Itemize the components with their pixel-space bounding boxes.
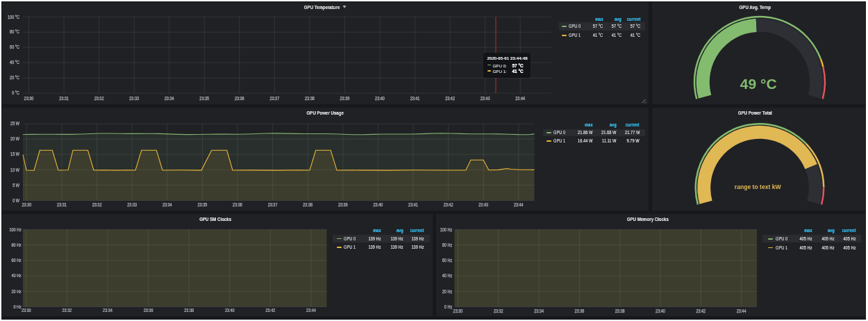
- svg-text:0 °C: 0 °C: [12, 90, 19, 95]
- svg-text:23:42: 23:42: [696, 308, 706, 313]
- svg-text:23:30: 23:30: [453, 308, 463, 313]
- svg-text:80 Hz: 80 Hz: [11, 242, 21, 247]
- svg-text:40 °C: 40 °C: [10, 60, 19, 65]
- svg-text:10 W: 10 W: [10, 167, 20, 172]
- svg-text:23:42: 23:42: [265, 308, 275, 313]
- svg-text:15 W: 15 W: [10, 151, 20, 156]
- svg-text:23:37: 23:37: [268, 201, 278, 206]
- svg-text:100 Hz: 100 Hz: [440, 227, 453, 232]
- svg-text:23:35: 23:35: [198, 201, 208, 206]
- svg-text:23:34: 23:34: [534, 308, 544, 313]
- svg-text:20 °C: 20 °C: [10, 75, 19, 80]
- svg-text:23:31: 23:31: [57, 201, 67, 206]
- svg-text:23:43: 23:43: [478, 201, 488, 206]
- svg-text:40 Hz: 40 Hz: [11, 273, 21, 278]
- svg-text:23:44: 23:44: [306, 308, 316, 313]
- svg-text:60 Hz: 60 Hz: [442, 258, 452, 263]
- svg-text:23:33: 23:33: [127, 201, 137, 206]
- svg-text:100 °C: 100 °C: [8, 15, 19, 19]
- svg-text:23:41: 23:41: [408, 201, 418, 206]
- svg-text:23:30: 23:30: [24, 96, 34, 101]
- svg-text:23:31: 23:31: [59, 96, 69, 101]
- svg-text:0 Hz: 0 Hz: [444, 304, 452, 309]
- svg-text:23:30: 23:30: [22, 308, 31, 313]
- svg-text:23:36: 23:36: [235, 96, 244, 101]
- svg-text:23:44: 23:44: [515, 96, 525, 101]
- svg-text:60 Hz: 60 Hz: [11, 258, 21, 263]
- svg-text:23:34: 23:34: [103, 308, 112, 313]
- svg-text:0 Hz: 0 Hz: [13, 304, 21, 309]
- svg-text:23:33: 23:33: [129, 96, 139, 101]
- svg-text:23:44: 23:44: [737, 308, 746, 313]
- svg-text:23:32: 23:32: [92, 201, 102, 206]
- svg-text:20 Hz: 20 Hz: [442, 289, 452, 294]
- svg-text:23:36: 23:36: [144, 308, 153, 313]
- svg-text:5 W: 5 W: [12, 182, 20, 187]
- svg-text:23:38: 23:38: [615, 308, 625, 313]
- svg-text:23:39: 23:39: [338, 201, 348, 206]
- svg-text:23:36: 23:36: [575, 308, 585, 313]
- svg-text:25 W: 25 W: [10, 121, 20, 126]
- svg-text:23:38: 23:38: [303, 201, 312, 206]
- svg-text:20 Hz: 20 Hz: [11, 289, 21, 294]
- svg-text:23:36: 23:36: [233, 201, 242, 206]
- svg-text:23:38: 23:38: [184, 308, 194, 313]
- svg-text:23:40: 23:40: [374, 201, 383, 206]
- svg-text:0 W: 0 W: [12, 197, 20, 202]
- svg-text:23:30: 23:30: [22, 201, 32, 206]
- svg-text:23:41: 23:41: [410, 96, 420, 101]
- svg-text:23:32: 23:32: [62, 308, 72, 313]
- svg-text:100 Hz: 100 Hz: [9, 227, 21, 232]
- svg-text:23:39: 23:39: [340, 96, 350, 101]
- svg-text:23:38: 23:38: [305, 96, 315, 101]
- svg-text:20 W: 20 W: [10, 136, 20, 141]
- svg-text:23:42: 23:42: [444, 201, 453, 206]
- svg-text:23:43: 23:43: [481, 96, 490, 101]
- svg-text:23:37: 23:37: [269, 96, 279, 101]
- svg-text:23:35: 23:35: [199, 96, 209, 101]
- svg-text:80 °C: 80 °C: [10, 29, 19, 34]
- svg-text:23:40: 23:40: [656, 308, 665, 313]
- svg-text:23:42: 23:42: [445, 96, 455, 101]
- svg-text:23:40: 23:40: [375, 96, 385, 101]
- svg-text:40 Hz: 40 Hz: [442, 273, 452, 278]
- svg-text:23:44: 23:44: [514, 201, 524, 206]
- svg-text:23:34: 23:34: [165, 96, 174, 101]
- svg-text:23:32: 23:32: [494, 308, 503, 313]
- svg-text:23:32: 23:32: [94, 96, 104, 101]
- svg-text:23:34: 23:34: [162, 201, 172, 206]
- svg-text:60 °C: 60 °C: [10, 44, 19, 49]
- svg-text:80 Hz: 80 Hz: [442, 242, 452, 247]
- svg-text:23:40: 23:40: [225, 308, 235, 313]
